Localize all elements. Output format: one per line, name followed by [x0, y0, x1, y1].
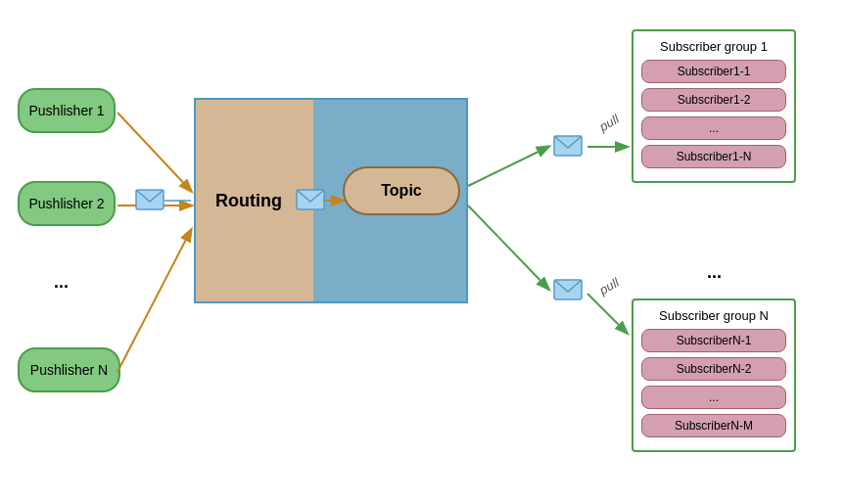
envelope-groupn — [553, 279, 583, 300]
pull-label-1: pull — [597, 112, 622, 134]
subscribern-m: SubscriberN-M — [641, 414, 786, 437]
subscriber-group-1: Subscriber group 1 Subscriber1-1 Subscri… — [632, 29, 796, 183]
topic-capsule: Topic — [343, 166, 460, 215]
subscriber-group-n: Subscriber group N SubscriberN-1 Subscri… — [632, 298, 796, 452]
pull-label-2: pull — [597, 275, 622, 298]
subscriber1-dots: ... — [641, 116, 786, 140]
subscriber1-2: Subscriber1-2 — [641, 88, 786, 112]
subscribern-dots: ... — [641, 386, 786, 409]
svg-line-4 — [468, 147, 548, 186]
subscriber1-1: Subscriber1-1 — [641, 60, 786, 83]
svg-line-2 — [117, 230, 191, 372]
svg-line-5 — [468, 206, 548, 289]
publisher-n: Pushlisher N — [18, 347, 120, 392]
publisher-dots: ... — [54, 272, 69, 293]
envelope-input — [135, 189, 164, 210]
envelope-group1 — [553, 135, 583, 157]
subscriber1-n: Subscriber1-N — [641, 145, 786, 168]
svg-line-0 — [117, 113, 191, 191]
group1-title: Subscriber group 1 — [641, 39, 786, 54]
groups-dots: ... — [707, 262, 722, 283]
groupn-title: Subscriber group N — [641, 308, 786, 323]
publisher-2: Pushlisher 2 — [18, 181, 116, 226]
subscribern-1: SubscriberN-1 — [641, 329, 786, 352]
diagram: Pushlisher 1 Pushlisher 2 ... Pushlisher… — [0, 0, 845, 504]
publisher-1: Pushlisher 1 — [18, 88, 116, 133]
subscribern-2: SubscriberN-2 — [641, 357, 786, 381]
envelope-routing — [296, 189, 325, 210]
svg-line-7 — [587, 294, 627, 333]
